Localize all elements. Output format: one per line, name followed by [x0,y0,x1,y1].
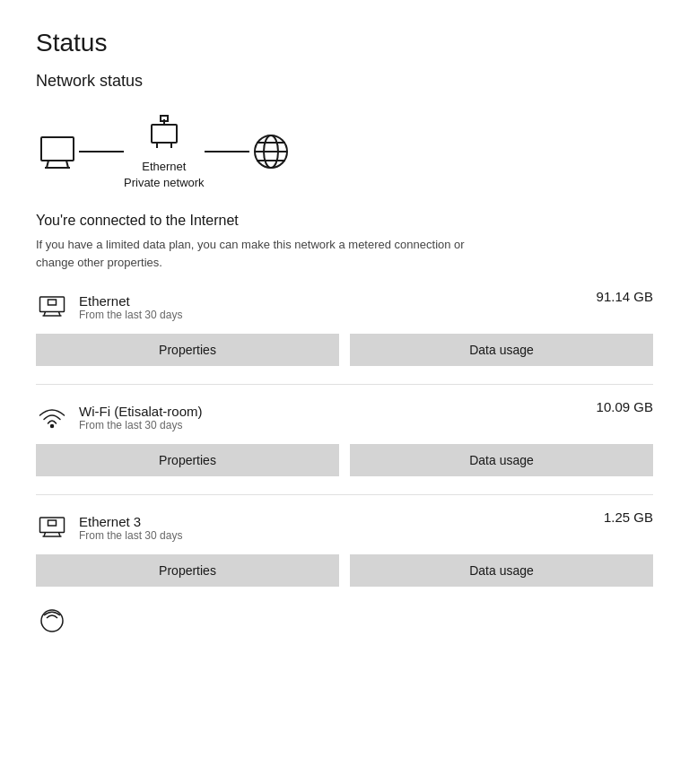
network-size-1: 10.09 GB [597,399,653,414]
network-info-0: Ethernet From the last 30 days [79,293,182,321]
properties-button-1[interactable]: Properties [36,444,339,476]
data-usage-button-0[interactable]: Data usage [350,334,653,366]
globe-icon [249,130,292,173]
network-item-1: Wi-Fi (Etisalat-room) From the last 30 d… [36,399,653,476]
svg-point-25 [41,610,63,632]
network-name-1: Wi-Fi (Etisalat-room) [79,404,203,419]
network-info-1: Wi-Fi (Etisalat-room) From the last 30 d… [79,404,203,431]
svg-rect-24 [48,520,57,526]
divider-0 [36,384,653,385]
connection-status: You're connected to the Internet [36,213,653,229]
network-icon-1 [36,399,68,435]
network-sub-1: From the last 30 days [79,419,203,431]
svg-line-2 [66,161,68,168]
data-usage-button-2[interactable]: Data usage [350,554,653,587]
network-item-0: Ethernet From the last 30 days 91.14 GB … [36,289,653,366]
network-name-2: Ethernet 3 [79,514,182,529]
properties-button-0[interactable]: Properties [36,334,339,366]
connection-subtext: If you have a limited data plan, you can… [36,236,502,271]
partial-icon [36,605,68,640]
svg-rect-6 [161,116,168,121]
svg-rect-0 [41,137,74,161]
svg-rect-18 [48,300,57,305]
network-size-2: 1.25 GB [604,510,653,525]
ethernet-label: Ethernet Private network [124,159,205,191]
bottom-partial-item [36,605,653,640]
svg-line-1 [47,161,48,168]
network-list: Ethernet From the last 30 days 91.14 GB … [36,289,653,587]
line-2 [205,151,249,152]
network-size-0: 91.14 GB [597,289,653,304]
page-title: Status [36,29,653,57]
line-1 [79,151,124,152]
svg-point-19 [51,425,54,428]
network-sub-0: From the last 30 days [79,309,182,321]
computer-icon [36,130,79,173]
data-usage-button-1[interactable]: Data usage [350,444,653,476]
network-item-2: Ethernet 3 From the last 30 days 1.25 GB… [36,510,653,587]
network-icon-2 [36,510,68,545]
network-name-0: Ethernet [79,293,182,309]
network-icon-0 [36,289,68,325]
properties-button-2[interactable]: Properties [36,554,339,587]
network-info-2: Ethernet 3 From the last 30 days [79,514,182,542]
network-sub-2: From the last 30 days [79,529,182,542]
router-icon: Ethernet Private network [124,112,205,191]
network-diagram: Ethernet Private network [36,112,653,191]
divider-1 [36,494,653,495]
section-title: Network status [36,72,653,91]
svg-rect-4 [152,125,177,143]
